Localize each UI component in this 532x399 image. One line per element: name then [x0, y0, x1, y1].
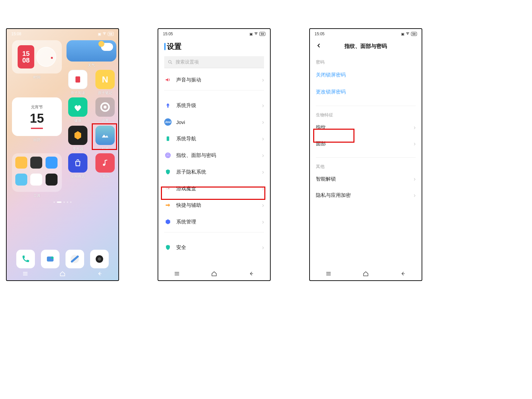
nav-home-icon[interactable] [59, 270, 66, 278]
wifi-icon [254, 32, 258, 36]
app-music[interactable]: i 音乐 [94, 153, 116, 179]
item-sound[interactable]: 声音与振动 › [158, 71, 270, 88]
status-time: 15:05 [315, 32, 325, 36]
page-title: 设置 [158, 38, 270, 56]
status-icons: ▣ 59 [401, 32, 417, 36]
app-reader[interactable]: 原子阅读 [66, 70, 89, 95]
item-change-lock[interactable]: 更改锁屏密码 [310, 83, 422, 100]
item-security[interactable]: 安全 › [158, 239, 270, 256]
page-indicator [12, 201, 113, 203]
back-button[interactable] [316, 43, 322, 50]
arrow-right-icon [164, 201, 172, 209]
chevron-right-icon: › [262, 202, 264, 209]
item-privacy[interactable]: 原子隐私系统 › [158, 164, 270, 180]
clock-minute: 08 [22, 57, 30, 64]
battery-icon: 59 [108, 32, 114, 36]
svg-point-12 [166, 154, 170, 157]
item-label: 安全 [176, 244, 186, 251]
health-icon [68, 97, 87, 117]
shield-check-icon [164, 244, 172, 251]
app-appstore[interactable]: 应用商店 [66, 153, 89, 179]
nav-back-icon[interactable] [400, 270, 406, 278]
phone-fingerprint-settings: 15:05 ▣ 59 指纹、面部与密码 密码 关闭锁屏密码 更改锁屏密码 生物特… [309, 28, 422, 281]
app-transform-label: 变形器 [72, 146, 83, 151]
item-sysmgmt[interactable]: 系统管理 › [158, 213, 270, 230]
dock-phone[interactable] [16, 250, 35, 268]
battery-icon: 59 [411, 32, 417, 36]
item-nav[interactable]: 系统导航 › [158, 130, 270, 147]
folder-icon [46, 157, 58, 169]
nav-back-icon[interactable] [96, 270, 103, 278]
folder-icon [46, 174, 58, 186]
chevron-right-icon: › [262, 135, 264, 142]
nav-home-icon[interactable] [211, 270, 217, 278]
item-label: 系统升级 [176, 102, 196, 109]
item-label: 隐私与应用加密 [316, 192, 351, 199]
calendar-title: 元宵节 [31, 104, 43, 110]
calendar-widget[interactable]: 元宵节 15 [12, 97, 62, 136]
nav-bar [7, 268, 118, 280]
item-label: 指纹、面部与密码 [176, 152, 216, 159]
bag-icon [68, 153, 87, 173]
chevron-right-icon: › [262, 119, 264, 126]
item-label: 声音与振动 [176, 77, 201, 83]
dock-browser[interactable] [66, 250, 84, 268]
clock-widget[interactable]: 15 08 [12, 40, 62, 73]
nav-bar [310, 268, 422, 280]
sub-title: 指纹、面部与密码 [344, 43, 387, 50]
fingerprint-icon [164, 152, 172, 159]
nav-menu-icon[interactable] [174, 270, 180, 278]
app-note-label: 原子笔记 [98, 90, 112, 95]
app-transform[interactable]: 变形器 [66, 126, 89, 151]
nav-home-icon[interactable] [362, 270, 369, 278]
nav-back-icon[interactable] [248, 270, 255, 278]
item-label: 关闭锁屏密码 [316, 72, 346, 77]
weather-widget[interactable] [66, 40, 116, 62]
search-input[interactable]: 搜索设置项 [164, 56, 264, 68]
clock-widget-label: 时间 [33, 75, 41, 80]
section-password: 密码 [310, 57, 422, 66]
folder-tools[interactable] [12, 153, 62, 192]
reader-icon [68, 70, 87, 89]
item-smart-unlock[interactable]: 智能解锁 › [310, 171, 422, 187]
highlight-change-password [313, 129, 354, 143]
dock-messages[interactable] [41, 250, 60, 268]
chevron-right-icon: › [414, 124, 416, 131]
status-bar: 15:05 ▣ 59 [158, 29, 270, 38]
note-icon: N [95, 70, 115, 89]
app-health-label: 健康 [74, 118, 81, 123]
item-label: 更改锁屏密码 [316, 89, 346, 94]
folder-icon [30, 174, 42, 186]
phone-home: 15:08 ▣ 59 15 08 时间 [6, 28, 119, 281]
app-settings[interactable]: 设置 [94, 97, 116, 123]
jovi-icon: Jovi [164, 118, 172, 126]
phone-settings: 15:05 ▣ 59 设置 搜索设置项 声音与振动 › [158, 28, 271, 281]
item-jovi[interactable]: Jovi Jovi › [158, 114, 270, 130]
nav-bar [158, 268, 270, 280]
wifi-icon [102, 32, 106, 36]
item-app-encrypt[interactable]: 隐私与应用加密 › [310, 187, 422, 203]
item-label: 智能解锁 [316, 176, 336, 182]
status-time: 15:08 [11, 32, 21, 36]
item-label: 原子隐私系统 [176, 169, 206, 175]
nav-menu-icon[interactable] [325, 270, 332, 278]
gear-icon [95, 97, 115, 117]
item-fingerprint[interactable]: 指纹、面部与密码 › [158, 147, 270, 164]
nav-menu-icon[interactable] [22, 270, 29, 278]
battery-icon: 59 [259, 32, 265, 36]
dock-camera[interactable] [90, 250, 109, 268]
highlight-settings-app [92, 123, 117, 150]
svg-point-9 [169, 60, 171, 63]
app-music-label: i 音乐 [100, 174, 110, 179]
item-close-lock[interactable]: 关闭锁屏密码 [310, 66, 422, 83]
search-placeholder: 搜索设置项 [176, 59, 199, 65]
app-note[interactable]: N 原子笔记 [94, 70, 116, 95]
section-other: 其他 [310, 161, 422, 171]
item-upgrade[interactable]: 系统升级 › [158, 97, 270, 114]
calendar-day: 15 [30, 111, 44, 126]
sub-header: 指纹、面部与密码 [310, 38, 422, 57]
chevron-right-icon: › [414, 140, 416, 147]
svg-rect-10 [167, 136, 169, 141]
chevron-right-icon: › [414, 176, 416, 183]
app-health[interactable]: 健康 [66, 97, 89, 123]
